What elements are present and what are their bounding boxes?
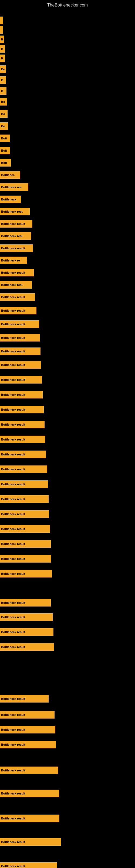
bar-label: Bottleneck result <box>1 645 25 649</box>
bar-label: Bottleneck result <box>1 350 25 353</box>
bar-row: Bottleneck result <box>0 480 135 488</box>
bar: Bottleneck result <box>0 789 59 797</box>
bar: Bottleneck result <box>0 695 49 703</box>
bar-row: Bottleneck result <box>0 766 135 774</box>
bar: Bo <box>0 65 6 73</box>
bar-label: Bottleneck result <box>1 572 25 575</box>
bar-row: Bottleneck result <box>0 695 135 703</box>
bar-label: Bottleneck result <box>1 840 25 844</box>
bar-label: Bottleneck result <box>1 222 25 225</box>
bar: Bottleneck result <box>0 361 41 369</box>
bar: Bo <box>0 122 8 130</box>
bar-label: Bottleneck result <box>1 513 25 516</box>
bar-label: Bottleneck result <box>1 393 25 396</box>
bar-label: Bottleneck re <box>1 259 20 262</box>
bar: Bottleneck resu <box>0 208 30 215</box>
bars-container: EBEBoBBBoBoBoBottBottBottBottlenecBottle… <box>0 8 135 868</box>
bar-label: E <box>1 57 3 60</box>
bar-row: Bott <box>0 159 135 167</box>
bar-row: Bottlenec <box>0 171 135 179</box>
bar-label: Bo <box>1 112 5 116</box>
bar-row: Bottleneck result <box>0 421 135 429</box>
bar-row: Bottleneck re <box>0 256 135 265</box>
bar-row: Bottleneck result <box>0 244 135 252</box>
bar: Bottleneck result <box>0 741 56 748</box>
bar-label: Bottleneck result <box>1 630 25 633</box>
bar-row: Bottleneck result <box>0 789 135 798</box>
bar-row: E <box>0 54 135 62</box>
bar-row: Bo <box>0 122 135 130</box>
bar-row: Bottleneck <box>0 195 135 204</box>
bar: Bott <box>0 147 10 154</box>
bar-row: Bottleneck result <box>0 613 135 621</box>
bar-row: Bottleneck result <box>0 725 135 734</box>
bar-label: Bottleneck result <box>1 363 25 367</box>
bar-label: Bottleneck result <box>1 271 25 274</box>
bar-label: Bottleneck result <box>1 865 25 868</box>
bar-row: Bottleneck result <box>0 525 135 533</box>
bar-row: Bottleneck result <box>0 320 135 328</box>
bar: Bottleneck result <box>0 643 54 651</box>
bar: Bottleneck result <box>0 495 49 503</box>
bar-row: Bottleneck result <box>0 510 135 518</box>
bar-row: Bo <box>0 110 135 118</box>
bar: Bottleneck result <box>0 525 50 533</box>
bar: Bottleneck result <box>0 244 33 252</box>
bar-label: B <box>1 47 3 51</box>
bar: Bottleneck result <box>0 465 47 473</box>
bar-row: Bottleneck resu <box>0 232 135 240</box>
bar: Bottleneck result <box>0 307 37 314</box>
bar-row: Bottleneck result <box>0 540 135 548</box>
bar-label: Bottleneck result <box>1 309 25 312</box>
bar: Bo <box>0 110 8 118</box>
bar-label: Bottleneck result <box>1 527 25 531</box>
bar-label: Bottleneck resu <box>1 210 24 213</box>
bar-label: Bottleneck result <box>1 792 25 795</box>
bar-label: Bottleneck result <box>1 336 25 339</box>
bar: B <box>0 45 5 53</box>
bar-label: Bottleneck result <box>1 743 25 746</box>
bar-row: B <box>0 76 135 84</box>
bar-row: Bottleneck result <box>0 628 135 636</box>
bar-row: Bottleneck result <box>0 555 135 563</box>
bar-row: Bottleneck result <box>0 293 135 301</box>
bar-label: Bott <box>1 161 7 164</box>
bar-label: Bottleneck result <box>1 468 25 471</box>
bar-label: Bottleneck result <box>1 769 25 772</box>
bar-label: Bottleneck <box>1 198 16 201</box>
bar: Bo <box>0 98 7 105</box>
bar-row: Bottleneck resu <box>0 208 135 216</box>
bar: Bottleneck result <box>0 320 39 328</box>
bar-label: Bottleneck result <box>1 408 25 411</box>
bar: Bottleneck result <box>0 451 46 458</box>
bar-row: B <box>0 87 135 95</box>
bar: Bottleneck result <box>0 480 48 488</box>
bar: Bottleneck result <box>0 862 57 868</box>
bar-label: Bottleneck resu <box>1 235 24 238</box>
bar-row: Bottleneck resu <box>0 281 135 289</box>
bar: Bottleneck result <box>0 436 45 443</box>
bar-row: Bottleneck result <box>0 361 135 369</box>
bar: Bottleneck result <box>0 555 51 563</box>
bar: Bott <box>0 159 11 166</box>
bar: Bott <box>0 134 10 142</box>
bar: Bottleneck result <box>0 334 40 341</box>
bar-row: Bottleneck result <box>0 599 135 607</box>
bar-row: Bottleneck result <box>0 741 135 749</box>
bar-row: Bottleneck result <box>0 862 135 868</box>
bar-label: Bottleneck result <box>1 713 25 716</box>
bar: Bottleneck result <box>0 406 44 413</box>
bar: E <box>0 35 4 43</box>
bar-row: Bottleneck result <box>0 569 135 578</box>
bar-label: Bottleneck result <box>1 322 25 326</box>
bar-label: Bo <box>1 67 5 71</box>
bar-row: Bottleneck result <box>0 269 135 277</box>
bar: Bottleneck <box>0 195 21 203</box>
bar-row: Bottleneck result <box>0 495 135 503</box>
bar-row: Bottleneck result <box>0 334 135 342</box>
bar: Bottleneck result <box>0 570 52 578</box>
bar-row: Bottleneck result <box>0 838 135 846</box>
bar-row: Bottleneck result <box>0 220 135 228</box>
bar-row: Bott <box>0 147 135 155</box>
bar-label: Bottleneck result <box>1 378 25 381</box>
